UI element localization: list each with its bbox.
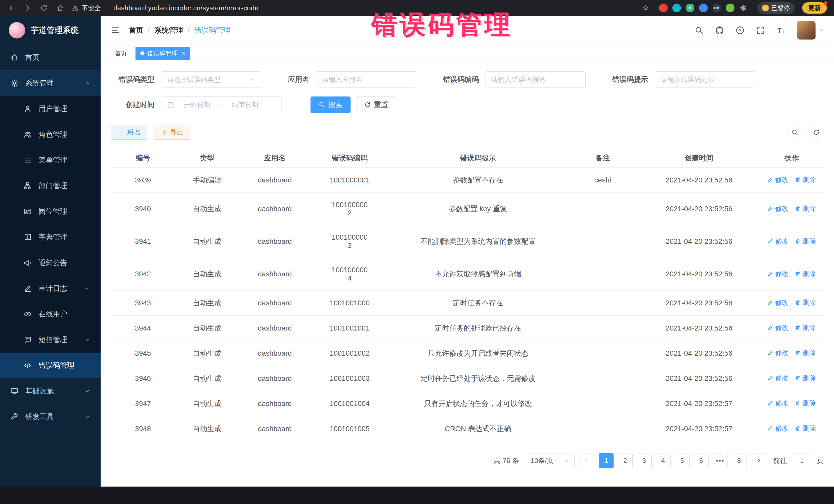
sidebar-item-menu[interactable]: 菜单管理 (0, 147, 101, 173)
search-icon[interactable] (695, 26, 704, 35)
search-button[interactable]: 搜索 (310, 96, 351, 113)
app-name-input[interactable] (322, 76, 410, 84)
page-button-3[interactable]: 3 (637, 453, 652, 468)
edit-link[interactable]: 修改 (767, 176, 789, 184)
delete-link[interactable]: 删除 (795, 349, 816, 357)
page-size-select[interactable]: 10条/页 (526, 453, 575, 468)
sidebar-item-dev-tools[interactable]: 研发工具 (0, 404, 101, 430)
user-menu[interactable] (797, 21, 824, 40)
url-text[interactable]: dashboard.yudao.iocoder.cn/system/error-… (113, 4, 258, 12)
delete-link[interactable]: 删除 (795, 176, 816, 184)
sidebar-item-role[interactable]: 角色管理 (0, 122, 101, 147)
cell-id: 3947 (111, 391, 175, 416)
delete-link[interactable]: 删除 (795, 424, 816, 432)
sidebar-item-online-user[interactable]: 在线用户 (0, 301, 101, 327)
cell-remark (567, 341, 638, 366)
cell-tip: 定时任务已经处于该状态，无需修改 (389, 366, 567, 391)
edit-link[interactable]: 修改 (767, 424, 789, 432)
export-button[interactable]: 导出 (154, 125, 191, 139)
trash-icon (795, 425, 801, 431)
stats-icon[interactable] (699, 4, 708, 12)
cell-type: 自动生成 (175, 193, 239, 225)
refresh-table-button[interactable] (809, 125, 824, 139)
edit-link[interactable]: 修改 (767, 299, 789, 307)
sidebar-item-notice[interactable]: 通知公告 (0, 250, 101, 276)
github-icon[interactable] (715, 26, 724, 35)
fullscreen-icon[interactable] (756, 26, 765, 35)
puzzle-icon[interactable] (739, 4, 748, 12)
listmenu-icon (24, 156, 32, 164)
delete-link[interactable]: 删除 (795, 237, 816, 245)
sidebar-item-user[interactable]: 用户管理 (0, 96, 101, 122)
cell-remark (567, 391, 638, 416)
sidebar-toggle-button[interactable] (110, 25, 120, 35)
error-type-select[interactable]: 请选择错误码类型 (161, 71, 261, 88)
date-range-picker[interactable]: - (161, 96, 282, 113)
sidebar-item-sms[interactable]: 短信管理 (0, 327, 101, 353)
delete-link[interactable]: 删除 (795, 374, 816, 382)
recorder-icon[interactable] (659, 4, 668, 12)
edit-link[interactable]: 修改 (767, 399, 789, 407)
add-button[interactable]: 新增 (111, 125, 147, 139)
edit-link[interactable]: 修改 (767, 237, 789, 245)
sidebar-item-post[interactable]: 岗位管理 (0, 199, 101, 224)
page-button-5[interactable]: 5 (675, 453, 689, 468)
start-date-input[interactable] (178, 101, 216, 109)
delete-link[interactable]: 删除 (795, 399, 816, 407)
browser-home-button[interactable] (57, 4, 64, 12)
logo[interactable]: 芋道管理系统 (0, 16, 101, 45)
prev-page-button[interactable] (579, 453, 594, 468)
cell-remark (567, 366, 638, 391)
update-button[interactable]: 更新 (802, 2, 827, 14)
page-button-1[interactable]: 1 (599, 453, 614, 468)
sidebar-item-dept[interactable]: 部门管理 (0, 173, 101, 199)
proxy-icon[interactable]: on (712, 4, 721, 12)
sidebar-item-audit-log[interactable]: 审计日志 (0, 276, 101, 301)
toggle-search-button[interactable] (787, 125, 802, 139)
browser-reload-button[interactable] (40, 4, 48, 12)
colorpicker-icon[interactable] (672, 4, 681, 12)
close-icon[interactable]: × (181, 50, 185, 57)
page-button-6[interactable]: 6 (694, 453, 708, 468)
help-icon[interactable]: ? (736, 26, 745, 35)
error-tip-input[interactable] (661, 76, 749, 84)
breadcrumb-item-error-code[interactable]: 错误码管理 (195, 25, 231, 35)
page-button-8[interactable]: 8 (731, 453, 746, 468)
browser-forward-button[interactable] (24, 4, 31, 12)
sidebar-item-error-code[interactable]: 错误码管理 (0, 353, 101, 378)
paused-badge[interactable]: 已暂停 (758, 2, 794, 14)
end-date-input[interactable] (226, 101, 264, 109)
chevron-down-icon (84, 337, 90, 343)
security-indicator[interactable]: 不安全 (72, 4, 101, 12)
error-code-input[interactable] (491, 76, 580, 84)
page-button-4[interactable]: 4 (656, 453, 671, 468)
bookmark-star-icon[interactable] (641, 4, 649, 12)
edit-link[interactable]: 修改 (767, 374, 789, 382)
delete-link[interactable]: 删除 (795, 204, 816, 213)
goto-page-input[interactable] (792, 453, 812, 468)
next-page-button[interactable] (751, 453, 766, 468)
page-more-button[interactable]: ••• (712, 453, 727, 468)
breadcrumb-item-home[interactable]: 首页 (129, 25, 143, 35)
sidebar-item-system[interactable]: 系统管理 (0, 70, 101, 96)
sidebar-item-home[interactable]: 首页 (0, 45, 101, 70)
delete-link[interactable]: 删除 (795, 270, 816, 278)
delete-link[interactable]: 删除 (795, 299, 816, 307)
edit-link[interactable]: 修改 (767, 204, 789, 213)
sidebar-item-infra[interactable]: 基础设施 (0, 378, 101, 404)
divider (107, 4, 107, 12)
sidebar-item-dict[interactable]: 字典管理 (0, 224, 101, 250)
edit-link[interactable]: 修改 (767, 324, 789, 332)
reset-button[interactable]: 重置 (356, 96, 396, 113)
edit-link[interactable]: 修改 (767, 349, 789, 357)
tab-error-code[interactable]: 错误码管理× (135, 47, 190, 60)
edit-link[interactable]: 修改 (767, 270, 789, 278)
octotree-icon[interactable] (726, 4, 734, 12)
breadcrumb-item-system[interactable]: 系统管理 (154, 25, 183, 35)
delete-link[interactable]: 删除 (795, 324, 816, 332)
tab-home[interactable]: 首页 (110, 47, 132, 60)
font-size-icon[interactable]: TT (776, 26, 786, 35)
vue-devtools-icon[interactable]: V (686, 4, 695, 12)
page-button-2[interactable]: 2 (618, 453, 633, 468)
browser-back-button[interactable] (7, 4, 15, 12)
